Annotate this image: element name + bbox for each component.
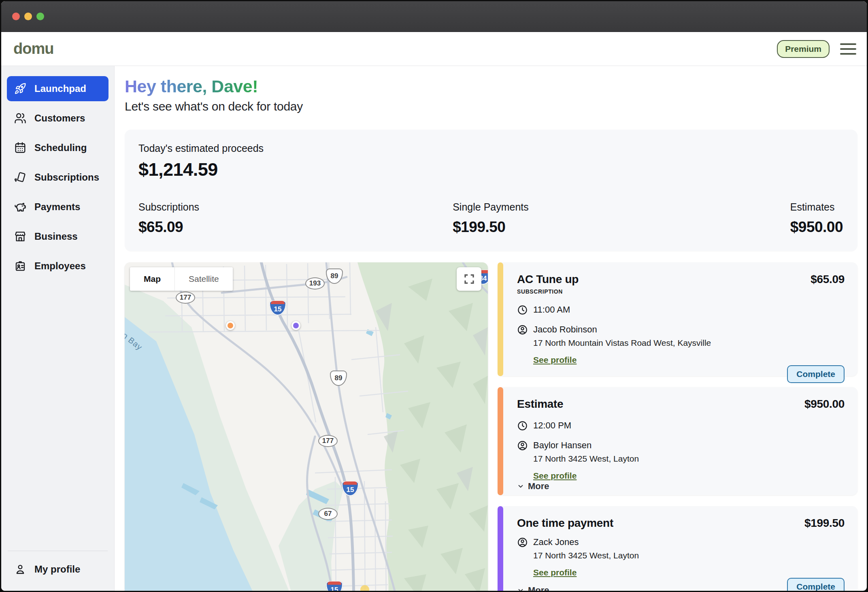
hamburger-menu-icon[interactable] [840,42,856,56]
sidebar-item-business[interactable]: Business [7,224,108,249]
job-card-ac-tune-up: AC Tune up SUBSCRIPTION $65.09 11:00 AM [498,262,857,376]
app-header: domu Premium [1,32,867,66]
sidebar-item-scheduling[interactable]: Scheduling [7,135,108,160]
todays-jobs-list: AC Tune up SUBSCRIPTION $65.09 11:00 AM [498,262,857,592]
calendar-icon [14,142,26,154]
sidebar-item-employees[interactable]: Employees [7,253,108,279]
chevron-down-icon [517,483,524,490]
stat-value: $950.00 [790,219,843,236]
customer-address: 17 North 3425 West, Layton [533,454,639,464]
job-price: $199.50 [804,517,845,530]
see-profile-link[interactable]: See profile [533,355,577,365]
see-profile-link[interactable]: See profile [533,568,577,577]
clock-icon [517,305,528,315]
greeting-subtitle: Let's see what's on deck for today [125,100,857,113]
job-marker-yellow[interactable] [360,585,369,592]
job-time: 11:00 AM [533,305,570,315]
premium-badge[interactable]: Premium [777,40,830,58]
person-icon [14,563,26,575]
customer-address: 17 North Mountain Vistas Road West, Kays… [533,338,711,348]
fullscreen-icon [463,273,475,285]
person-circle-icon [517,537,528,548]
domu-logo: domu [13,40,53,57]
job-marker-purple[interactable] [291,321,300,330]
map-fullscreen-button[interactable] [457,267,481,291]
route-177-shield: 177 [176,292,195,304]
proceeds-total: $1,214.59 [138,159,843,180]
rocket-icon [14,83,26,95]
job-accent-bar [498,387,503,495]
sidebar-item-payments[interactable]: Payments [7,194,108,219]
job-marker-orange[interactable] [226,321,235,330]
sidebar-item-label: Customers [34,113,85,124]
stat-value: $65.09 [138,219,373,236]
minimize-window-button[interactable] [24,13,32,20]
map-view-button[interactable]: Map [130,267,174,291]
jobs-map[interactable]: 15 15 15 84 89 89 193 177 177 67 ton Bay [125,262,488,592]
stat-single-payments: Single Payments $199.50 [453,201,529,236]
stat-label: Subscriptions [138,201,373,213]
complete-job-button[interactable]: Complete [787,365,845,383]
sidebar-item-label: My profile [34,564,80,575]
id-badge-icon [14,260,26,272]
greeting-title: Hey there, Dave! [125,77,258,96]
swipe-card-icon [14,171,26,183]
job-accent-bar [498,262,503,376]
sidebar: Launchpad Customers Scheduling Subscript… [1,66,115,591]
person-circle-icon [517,324,528,335]
customer-name: Baylor Hansen [533,440,639,451]
clock-icon [517,420,528,431]
map-type-control: Map Satellite [130,267,233,291]
sidebar-item-label: Business [34,231,78,242]
job-card-one-time-payment: One time payment $199.50 Zack Jones 17 N… [498,506,857,592]
customer-address: 17 North 3425 West, Layton [533,551,639,560]
job-price: $65.09 [811,273,845,286]
job-accent-bar [498,506,503,592]
sidebar-item-label: Launchpad [34,83,86,94]
stat-label: Estimates [790,201,843,213]
piggy-bank-icon [14,201,26,213]
titlebar [1,1,867,32]
stat-subscriptions: Subscriptions $65.09 [138,201,373,236]
satellite-view-button[interactable]: Satellite [174,267,233,291]
sidebar-item-subscriptions[interactable]: Subscriptions [7,165,108,190]
stat-estimates: Estimates $950.00 [790,201,843,236]
app-window: domu Premium Launchpad Customers Schedul… [0,0,868,592]
proceeds-title: Today's estimated proceeds [138,143,843,154]
stat-label: Single Payments [453,201,529,213]
users-icon [14,112,26,124]
route-177-shield: 177 [318,435,338,447]
job-title: One time payment [517,517,613,530]
job-price: $950.00 [804,398,845,411]
job-title: AC Tune up [517,273,579,286]
more-toggle[interactable]: More [517,585,549,592]
sidebar-item-launchpad[interactable]: Launchpad [7,76,108,101]
sidebar-item-label: Employees [34,260,86,272]
see-profile-link[interactable]: See profile [533,471,577,481]
sidebar-item-label: Scheduling [34,142,87,153]
chevron-down-icon [517,587,524,592]
close-window-button[interactable] [12,13,20,20]
route-67-shield: 67 [318,508,338,520]
zoom-window-button[interactable] [36,13,44,20]
map-terrain [125,262,488,592]
complete-job-button[interactable]: Complete [787,578,845,592]
job-type-badge: SUBSCRIPTION [517,288,579,295]
job-card-estimate: Estimate $950.00 12:00 PM Baylor Hansen … [498,387,857,495]
customer-name: Jacob Robinson [533,324,711,335]
more-toggle[interactable]: More [517,481,549,492]
job-time: 12:00 PM [533,420,571,431]
storefront-icon [14,230,26,243]
sidebar-item-label: Payments [34,201,80,213]
sidebar-divider [8,551,108,551]
route-193-shield: 193 [305,277,325,290]
sidebar-item-customers[interactable]: Customers [7,106,108,131]
customer-name: Zack Jones [533,537,639,547]
sidebar-item-my-profile[interactable]: My profile [7,557,108,582]
interstate-15-shield: 15 [326,581,343,592]
stat-value: $199.50 [453,219,529,236]
person-circle-icon [517,440,528,451]
main-content: Hey there, Dave! Let's see what's on dec… [115,66,867,591]
proceeds-summary-card: Today's estimated proceeds $1,214.59 Sub… [125,130,857,251]
job-title: Estimate [517,398,563,411]
